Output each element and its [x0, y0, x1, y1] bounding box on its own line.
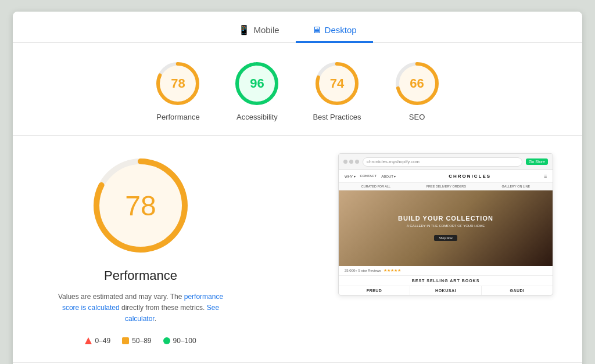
- score-value-performance: 78: [171, 76, 185, 91]
- main-score-desc: Values are estimated and may vary. The p…: [56, 291, 225, 325]
- nav-link-contact: CONTACT: [360, 174, 377, 178]
- site-stars: ★★★★★: [383, 268, 401, 273]
- book-hokusai: HOKUSAI: [410, 286, 482, 295]
- promo-item-2: FREE DELIVERY ORDERS: [426, 185, 466, 188]
- site-hero-btn[interactable]: Shop Now: [434, 235, 457, 241]
- site-promo-bar: CURATED FOR ALL FREE DELIVERY ORDERS GAL…: [339, 183, 553, 190]
- main-score-value: 78: [125, 190, 156, 222]
- site-reviews: 25.000+ 5 star Reviews ★★★★★: [339, 266, 553, 276]
- right-panel: chronicles.myshopify.com Go Store WHY ▾ …: [257, 153, 553, 295]
- site-books-title: BEST SELLING ART BOOKS: [339, 276, 553, 286]
- score-seo: 66 SEO: [394, 60, 440, 121]
- promo-item-3: GALLERY ON LINE: [502, 185, 531, 188]
- tab-mobile[interactable]: 📱 Mobile: [222, 19, 295, 43]
- book-gaudi: GAUDI: [482, 286, 553, 295]
- score-value-accessibility: 96: [250, 76, 264, 91]
- desktop-icon: 🖥: [312, 25, 321, 35]
- legend-good-label: 90–100: [173, 337, 196, 345]
- score-performance: 78 Performance: [155, 60, 201, 121]
- browser-url-bar: chronicles.myshopify.com: [363, 157, 522, 167]
- score-label-best-practices: Best Practices: [313, 113, 361, 121]
- browser-bar: chronicles.myshopify.com Go Store: [339, 154, 553, 170]
- legend: 0–49 50–89 90–100: [85, 337, 196, 345]
- site-reviews-text: 25.000+ 5 star Reviews: [345, 269, 381, 272]
- browser-dots: [343, 160, 359, 164]
- scores-row: 78 Performance 96 Accessibility 74: [13, 43, 582, 136]
- site-nav-right: ☰: [544, 174, 547, 178]
- footer-bar: METRICS Expand view: [13, 362, 582, 364]
- legend-medium-label: 50–89: [132, 337, 151, 345]
- score-circle-seo: 66: [394, 60, 440, 107]
- browser-dot-1: [343, 160, 347, 164]
- site-nav: WHY ▾ CONTACT ABOUT ▾ CHRONICLES ☰: [339, 170, 553, 183]
- nav-link-why: WHY ▾: [345, 174, 356, 178]
- site-hero-text: BUILD YOUR COLLECTION A GALLERY IN THE C…: [398, 215, 493, 242]
- legend-medium: 50–89: [122, 337, 151, 345]
- browser-go-btn[interactable]: Go Store: [526, 158, 548, 165]
- site-logo-text: CHRONICLES: [449, 174, 491, 179]
- site-books-row: FREUD HOKUSAI GAUDI: [339, 286, 553, 295]
- legend-triangle-icon: [85, 337, 92, 344]
- score-label-performance: Performance: [156, 113, 199, 121]
- score-circle-accessibility: 96: [234, 60, 280, 107]
- browser-preview: chronicles.myshopify.com Go Store WHY ▾ …: [338, 153, 553, 295]
- score-value-seo: 66: [410, 76, 424, 91]
- tab-mobile-label: Mobile: [253, 25, 279, 35]
- browser-url-text: chronicles.myshopify.com: [367, 159, 420, 164]
- legend-circle-icon: [163, 337, 170, 344]
- main-card: 📱 Mobile 🖥 Desktop 78 Performance: [13, 12, 582, 364]
- tab-desktop-label: Desktop: [325, 25, 357, 35]
- desc-text-2: directly from these metrics.: [120, 304, 207, 312]
- score-label-seo: SEO: [409, 113, 425, 121]
- main-content: 78 Performance Values are estimated and …: [13, 136, 582, 356]
- score-circle-performance: 78: [155, 60, 201, 107]
- left-panel: 78 Performance Values are estimated and …: [48, 153, 234, 345]
- site-hero-title: BUILD YOUR COLLECTION: [398, 215, 493, 222]
- mobile-icon: 📱: [238, 24, 250, 35]
- score-label-accessibility: Accessibility: [236, 113, 278, 121]
- legend-good: 90–100: [163, 337, 196, 345]
- desc-text-3: .: [155, 315, 156, 323]
- browser-dot-2: [349, 160, 353, 164]
- score-value-best-practices: 74: [330, 76, 344, 91]
- legend-poor: 0–49: [85, 337, 110, 345]
- main-score-title: Performance: [104, 268, 177, 283]
- book-freud: FREUD: [339, 286, 410, 295]
- site-hero-subtitle: A GALLERY IN THE COMFORT OF YOUR HOME: [398, 224, 493, 228]
- site-hero: BUILD YOUR COLLECTION A GALLERY IN THE C…: [339, 190, 553, 266]
- score-best-practices: 74 Best Practices: [313, 60, 361, 121]
- nav-link-about: ABOUT ▾: [381, 174, 396, 178]
- legend-poor-label: 0–49: [95, 337, 110, 345]
- score-circle-best-practices: 74: [314, 60, 360, 107]
- browser-dot-3: [355, 160, 359, 164]
- score-accessibility: 96 Accessibility: [234, 60, 280, 121]
- tab-desktop[interactable]: 🖥 Desktop: [296, 19, 373, 43]
- legend-square-icon: [122, 337, 129, 344]
- promo-item-1: CURATED FOR ALL: [361, 185, 390, 188]
- tab-bar: 📱 Mobile 🖥 Desktop: [13, 12, 582, 43]
- site-nav-links: WHY ▾ CONTACT ABOUT ▾: [345, 174, 396, 178]
- main-score-circle: 78: [88, 153, 193, 258]
- desc-text-1: Values are estimated and may vary. The: [58, 293, 184, 301]
